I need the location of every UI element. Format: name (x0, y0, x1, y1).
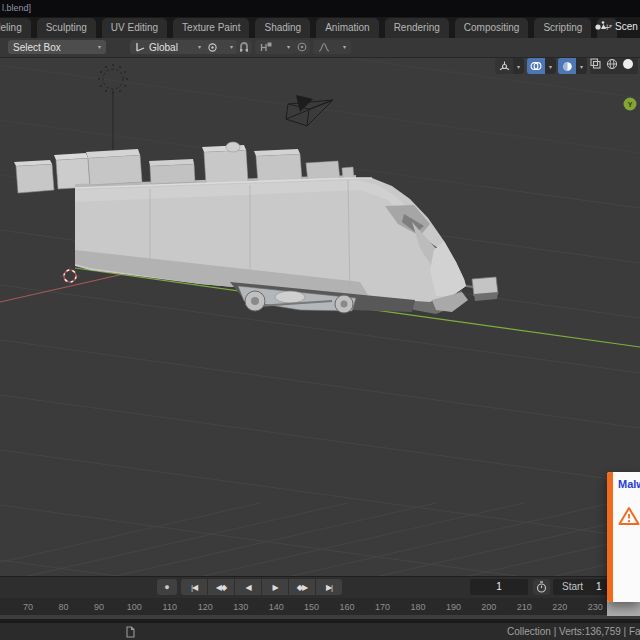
active-tool-label: Select Box (13, 42, 61, 53)
current-frame-value: 1 (496, 581, 502, 592)
workspace-tab-deling[interactable]: deling (0, 18, 31, 38)
active-tool-dropdown[interactable]: Select Box ▾ (8, 40, 106, 54)
timeline-ruler[interactable]: 7080901001101201301401501601701801902002… (0, 598, 640, 615)
chevron-down-icon: ▾ (198, 44, 201, 50)
show-gizmos-dropdown[interactable]: ▾ (495, 58, 524, 74)
scene-name: Scen (615, 21, 638, 32)
notification-popup[interactable]: Malw (607, 472, 640, 602)
sphere-icon (562, 61, 573, 72)
magnet-icon (239, 42, 249, 53)
chevron-down-icon: ▾ (230, 44, 233, 50)
wireframe-shading-button[interactable] (606, 58, 622, 74)
ruler-frame-label: 230 (588, 602, 603, 612)
chevron-down-icon: ▾ (545, 58, 556, 74)
proportional-circle-icon (297, 42, 307, 52)
ruler-frame-label: 170 (375, 602, 390, 612)
ruler-frame-label: 220 (552, 602, 567, 612)
ruler-frame-label: 210 (517, 602, 532, 612)
current-frame-field[interactable]: 1 (470, 579, 528, 595)
svg-text:Y: Y (628, 101, 633, 108)
chevron-down-icon: ▾ (287, 44, 290, 50)
workspace-tab-scripting[interactable]: Scripting (534, 18, 591, 38)
workspace-tab-animation[interactable]: Animation (316, 18, 378, 38)
playback-controls: |◀◀◆◀▶◆▶▶| (181, 579, 342, 595)
ruler-frame-label: 80 (58, 602, 68, 612)
auto-keying-button[interactable]: ● (157, 579, 177, 595)
ruler-frame-label: 150 (304, 602, 319, 612)
jump-start-button[interactable]: |◀ (181, 579, 207, 595)
snap-increment-icon (260, 42, 272, 52)
workspace-tabs: delingSculptingUV EditingTexture PaintSh… (0, 18, 597, 38)
ruler-frame-label: 130 (233, 602, 248, 612)
proportional-editing-toggle[interactable] (294, 40, 310, 54)
gizmo-icon (499, 61, 510, 72)
file-page-icon (126, 626, 135, 638)
proportional-falloff-dropdown[interactable]: ▾ (313, 40, 351, 54)
snap-target-dropdown[interactable]: ▾ (255, 40, 295, 54)
record-icon: ● (164, 582, 169, 592)
ruler-frame-label: 90 (94, 602, 104, 612)
workspace-tab-rendering[interactable]: Rendering (385, 18, 449, 38)
workspace-tab-compositing[interactable]: Compositing (455, 18, 529, 38)
ruler-frame-label: 100 (127, 602, 142, 612)
pivot-point-dropdown[interactable]: ▾ (202, 40, 238, 54)
orientation-axes-icon (135, 42, 145, 52)
workspace-tab-uv-editing[interactable]: UV Editing (102, 18, 167, 38)
solid-sphere-icon (622, 58, 634, 70)
start-label: Start (562, 581, 583, 592)
window-title: l.blend] (2, 3, 31, 13)
nav-gizmo-y-axis[interactable]: Y (624, 98, 637, 111)
scene-statistics: Collection | Verts:136,759 | Faces:1 (507, 626, 640, 637)
ruler-frame-label: 120 (198, 602, 213, 612)
xray-icon (590, 58, 601, 69)
workspace-tab-sculpting[interactable]: Sculpting (37, 18, 96, 38)
workspace-tab-shading[interactable]: Shading (255, 18, 310, 38)
ruler-frame-label: 160 (340, 602, 355, 612)
stopwatch-icon (536, 581, 547, 593)
scene-selector[interactable]: ▾ Scen (594, 20, 640, 32)
playback-sync-button[interactable] (533, 579, 550, 595)
overlays-icon (530, 61, 542, 71)
show-overlays-dropdown[interactable]: ▾ (527, 58, 556, 74)
workspace-tab-texture-paint[interactable]: Texture Paint (173, 18, 249, 38)
snap-toggle-button[interactable] (236, 40, 252, 54)
orientation-label: Global (149, 42, 178, 53)
xray-shading-dropdown[interactable]: ▾ (558, 58, 587, 74)
play-back-button[interactable]: ◀ (235, 579, 261, 595)
viewport-canvas[interactable]: Y (0, 0, 640, 640)
chevron-down-icon: ▾ (98, 44, 101, 50)
ruler-frame-label: 70 (23, 602, 33, 612)
chevron-down-icon: ▾ (576, 58, 587, 74)
status-bar: Collection | Verts:136,759 | Faces:1 (0, 622, 640, 640)
ruler-frame-label: 110 (163, 602, 177, 612)
prev-key-button[interactable]: ◀◆ (208, 579, 234, 595)
chevron-down-icon: ▾ (343, 44, 346, 50)
falloff-curve-icon (318, 42, 330, 52)
viewport-shading-modes (590, 58, 638, 74)
ruler-frame-label: 180 (410, 602, 425, 612)
play-button[interactable]: ▶ (262, 579, 288, 595)
ruler-frame-label: 190 (446, 602, 461, 612)
chevron-down-icon: ▾ (513, 58, 524, 74)
ruler-frame-label: 200 (481, 602, 496, 612)
ruler-frame-label: 140 (269, 602, 284, 612)
toggle-xray-button[interactable] (590, 58, 606, 74)
window-titlebar: l.blend] (0, 0, 640, 17)
next-key-button[interactable]: ◆▶ (289, 579, 315, 595)
timeline-header: ● |◀◀◆◀▶◆▶▶| 1 Start 1 (0, 577, 640, 598)
solid-shading-button[interactable] (622, 58, 638, 74)
transform-orientation-dropdown[interactable]: Global ▾ (130, 40, 206, 54)
scene-icon (594, 20, 606, 32)
workspace-tab-bar: delingSculptingUV EditingTexture PaintSh… (0, 17, 640, 38)
wireframe-globe-icon (606, 58, 618, 70)
popup-brand-text: Malw (618, 478, 640, 490)
start-value: 1 (596, 581, 602, 592)
jump-end-button[interactable]: ▶| (316, 579, 342, 595)
chevron-down-icon: ▾ (609, 23, 612, 29)
tool-settings-header: Select Box ▾ Global ▾ ▾ ▾ (0, 38, 640, 58)
pivot-point-icon (207, 42, 218, 53)
warning-triangle-icon (618, 506, 640, 526)
